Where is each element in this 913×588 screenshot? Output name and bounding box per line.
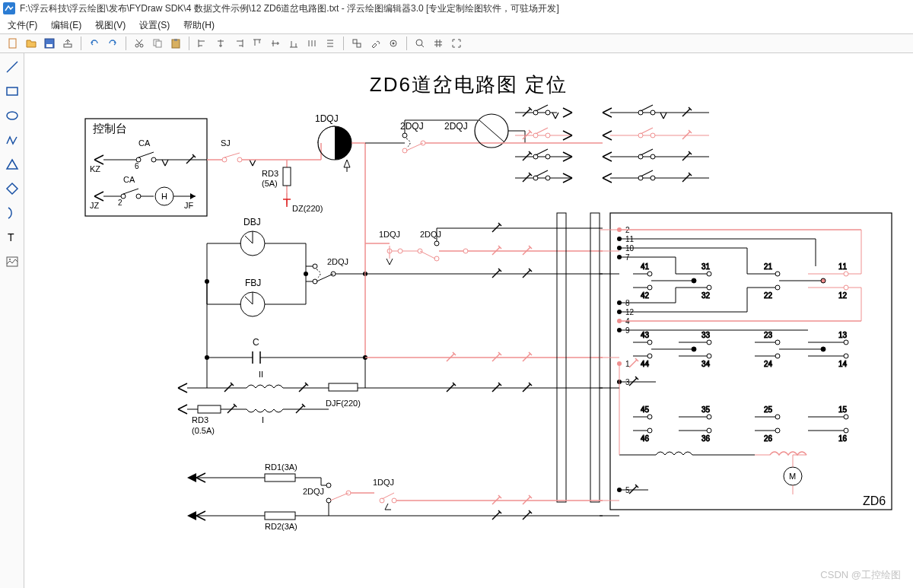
copy-button[interactable]	[149, 36, 166, 51]
arc-tool[interactable]	[3, 204, 21, 222]
svg-text:1DQJ: 1DQJ	[315, 113, 339, 124]
svg-text:1DQJ: 1DQJ	[373, 478, 394, 487]
svg-text:34: 34	[701, 360, 711, 368]
svg-rect-35	[357, 43, 361, 47]
image-tool[interactable]	[3, 253, 21, 271]
svg-line-103	[641, 105, 653, 111]
svg-text:(5A): (5A)	[262, 179, 278, 188]
menu-bar: 文件(F) 编辑(E) 视图(V) 设置(S) 帮助(H)	[0, 17, 913, 33]
svg-point-42	[7, 112, 17, 119]
menu-view[interactable]: 视图(V)	[95, 19, 126, 32]
text-tool[interactable]: T	[3, 228, 21, 246]
svg-line-120	[245, 236, 253, 243]
svg-text:12: 12	[838, 291, 848, 300]
svg-line-97	[536, 128, 548, 134]
export-button[interactable]	[59, 36, 76, 51]
svg-point-37	[393, 43, 395, 45]
svg-line-163	[420, 251, 435, 259]
svg-text:KZ: KZ	[90, 164, 100, 173]
align-right-button[interactable]	[231, 36, 247, 51]
grid-button[interactable]	[430, 36, 447, 51]
distribute-v-button[interactable]	[322, 36, 339, 51]
menu-help[interactable]: 帮助(H)	[183, 19, 215, 32]
svg-text:DZ(220): DZ(220)	[292, 204, 323, 213]
toolbar	[0, 33, 913, 53]
open-button[interactable]	[23, 36, 40, 51]
diamond-tool[interactable]	[3, 180, 21, 198]
svg-text:DJF(220): DJF(220)	[326, 399, 361, 408]
window-title: F:\浮云科技\浮云绘图\发布\FYDraw SDK\4 数据文件示例\12 Z…	[20, 2, 559, 15]
svg-line-82	[406, 143, 423, 151]
svg-text:26: 26	[764, 434, 773, 443]
svg-text:44: 44	[641, 360, 650, 368]
align-top-button[interactable]	[249, 36, 266, 51]
svg-text:23: 23	[764, 331, 773, 339]
paste-button[interactable]	[167, 36, 184, 51]
svg-text:21: 21	[764, 262, 773, 271]
save-button[interactable]	[41, 36, 58, 51]
polyline-tool[interactable]	[3, 131, 21, 149]
align-bottom-button[interactable]	[285, 36, 302, 51]
svg-text:2DQJ: 2DQJ	[303, 487, 324, 496]
svg-text:43: 43	[641, 331, 650, 339]
svg-line-59	[138, 152, 154, 157]
group-button[interactable]	[348, 36, 365, 51]
settings-icon[interactable]	[385, 36, 402, 51]
svg-rect-145	[329, 383, 358, 391]
svg-text:33: 33	[701, 331, 711, 339]
tool-palette: T	[0, 53, 24, 588]
svg-text:14: 14	[838, 360, 848, 368]
svg-text:C: C	[253, 337, 259, 348]
svg-line-109	[641, 170, 653, 176]
menu-file[interactable]: 文件(F)	[8, 19, 37, 32]
svg-line-40	[7, 62, 17, 72]
svg-text:CA: CA	[123, 175, 135, 184]
svg-line-101	[536, 170, 548, 176]
menu-settings[interactable]: 设置(S)	[139, 19, 170, 32]
drawing-canvas[interactable]: ZD6道岔电路图 定位 控制台 KZ 6 CA JZ 2	[24, 53, 913, 588]
svg-line-105	[641, 128, 653, 134]
svg-text:RD2(3A): RD2(3A)	[265, 522, 297, 531]
ellipse-tool[interactable]	[3, 106, 21, 125]
rect-tool[interactable]	[3, 82, 21, 100]
svg-text:DBJ: DBJ	[243, 217, 261, 227]
svg-text:JZ: JZ	[90, 201, 100, 210]
svg-text:2DQJ: 2DQJ	[444, 121, 468, 132]
svg-line-39	[422, 45, 424, 47]
svg-rect-41	[7, 87, 17, 95]
triangle-tool[interactable]	[3, 155, 21, 173]
svg-line-131	[317, 274, 333, 281]
svg-point-38	[416, 40, 422, 46]
menu-edit[interactable]: 编辑(E)	[51, 19, 81, 32]
svg-line-266	[619, 364, 793, 494]
align-left-button[interactable]	[194, 36, 211, 51]
svg-line-107	[641, 149, 653, 155]
svg-line-279	[382, 493, 394, 499]
svg-line-88	[479, 120, 504, 141]
svg-rect-111	[283, 167, 291, 186]
svg-rect-9	[174, 39, 177, 41]
svg-text:M: M	[789, 472, 796, 481]
svg-text:RD3: RD3	[262, 169, 278, 178]
cut-button[interactable]	[131, 36, 148, 51]
align-middle-button[interactable]	[267, 36, 284, 51]
svg-text:35: 35	[701, 405, 711, 414]
svg-text:I: I	[262, 415, 264, 424]
distribute-h-button[interactable]	[304, 36, 320, 51]
svg-text:45: 45	[641, 405, 650, 414]
undo-button[interactable]	[86, 36, 103, 51]
align-center-h-button[interactable]	[212, 36, 229, 51]
zoom-button[interactable]	[412, 36, 428, 51]
svg-line-99	[536, 149, 548, 155]
fullscreen-button[interactable]	[448, 36, 465, 51]
line-tool[interactable]	[3, 58, 21, 76]
svg-text:RD3: RD3	[192, 415, 208, 424]
app-icon	[3, 2, 15, 14]
svg-text:1DQJ: 1DQJ	[379, 230, 400, 239]
svg-text:41: 41	[641, 262, 650, 271]
svg-text:SJ: SJ	[221, 138, 231, 148]
redo-button[interactable]	[104, 36, 121, 51]
new-button[interactable]	[5, 36, 21, 51]
svg-text:46: 46	[641, 434, 650, 443]
tools-button[interactable]	[367, 36, 383, 51]
